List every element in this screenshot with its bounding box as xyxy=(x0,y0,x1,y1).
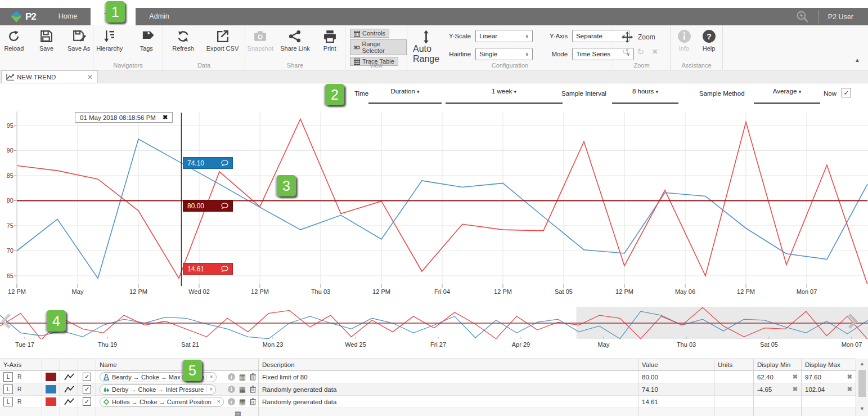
export-csv-button[interactable]: Export CSV xyxy=(204,29,241,52)
trace-tag-pill[interactable]: Derby → Choke → Inlet Pressure× xyxy=(100,384,216,395)
sample-interval-dropdown[interactable]: 8 hours ▾ xyxy=(612,88,678,104)
trace-style-cell xyxy=(60,371,78,383)
hairline-select[interactable]: Single ∨ xyxy=(475,48,533,60)
hairline-value-box[interactable]: 74.10 xyxy=(183,157,233,169)
scroll-up-icon[interactable]: ▲ xyxy=(856,361,868,366)
info-icon[interactable]: i xyxy=(228,386,235,393)
duration-dropdown[interactable]: Duration ▾ xyxy=(368,88,442,104)
duration-value-dropdown[interactable]: 1 week ▾ xyxy=(446,88,563,104)
trace-tag-pill[interactable]: Hottes → Choke → Current Position× xyxy=(100,397,224,407)
trace-visible-checkbox[interactable]: ✓ xyxy=(83,385,91,393)
hierarchy-label: Hierarchy xyxy=(96,45,123,52)
table-scrollbar[interactable]: ▲ ▼ xyxy=(856,359,868,416)
trash-icon[interactable] xyxy=(250,398,256,405)
save-button[interactable]: Save xyxy=(33,29,61,52)
info-icon[interactable]: i xyxy=(228,398,235,405)
close-icon[interactable]: ✖ xyxy=(163,114,168,121)
now-checkbox[interactable]: ✓ xyxy=(842,88,851,97)
auto-range-button[interactable]: Auto Range xyxy=(413,30,439,64)
close-tab-icon[interactable]: ✕ xyxy=(87,73,93,81)
right-axis-button[interactable]: R xyxy=(17,386,21,392)
line-style-icon[interactable] xyxy=(64,373,74,381)
header-display-min: Display Min xyxy=(754,359,802,370)
trash-icon[interactable] xyxy=(250,386,256,393)
remove-trace-icon[interactable]: × xyxy=(214,399,223,405)
search-icon[interactable] xyxy=(795,10,809,24)
header-value: Value xyxy=(638,359,714,370)
info-icon[interactable]: i xyxy=(228,373,235,381)
hairline-value: 80.00 xyxy=(187,202,204,210)
y-scale-select[interactable]: Linear ∨ xyxy=(475,30,533,42)
x-axis-tick-label: 12 PM xyxy=(356,288,407,295)
collapse-ribbon-icon[interactable]: ▲ xyxy=(854,57,860,63)
help-button[interactable]: ? Help xyxy=(698,29,720,52)
export-csv-icon xyxy=(215,29,230,43)
trace-color-swatch[interactable] xyxy=(46,385,56,393)
hairline-value: Single xyxy=(479,51,497,57)
auto-range-label: Auto Range xyxy=(413,44,439,64)
range-selector-canvas[interactable] xyxy=(0,307,868,339)
save-as-button[interactable]: Save As xyxy=(65,29,93,52)
comment-bubble-icon[interactable] xyxy=(221,266,228,272)
trace-visible-checkbox[interactable]: ✓ xyxy=(83,397,91,406)
x-axis-tick-label: May 06 xyxy=(660,288,710,295)
trace-color-swatch[interactable] xyxy=(46,397,56,406)
main-chart-canvas[interactable] xyxy=(0,107,868,293)
header-name: Name xyxy=(96,359,259,370)
hairline-value-box[interactable]: 80.00 xyxy=(183,200,233,212)
ribbon-group-navigators: Hierarchy Tags Navigators xyxy=(93,25,163,70)
header-units: Units xyxy=(714,359,754,370)
right-axis-button[interactable]: R xyxy=(17,374,21,380)
range-selector[interactable]: Tue 17Thu 19Sat 21Mon 23Wed 25Fri 27Apr … xyxy=(0,307,868,359)
clear-display-min-icon[interactable]: ✖ xyxy=(793,373,798,381)
remove-trace-icon[interactable]: × xyxy=(206,374,216,380)
range-selector-toggle[interactable]: Range Selector xyxy=(350,39,407,55)
comment-bubble-icon[interactable] xyxy=(221,203,228,209)
share-link-button[interactable]: Share Link xyxy=(280,29,311,52)
tags-button[interactable]: Tags xyxy=(131,29,163,52)
refresh-button[interactable]: Refresh xyxy=(167,29,200,52)
main-trend-chart[interactable]: 95908580757065 12 PMMay12 PMWed 0212 PMT… xyxy=(0,107,868,293)
right-axis-button[interactable]: R xyxy=(17,399,21,405)
comment-bubble-icon[interactable] xyxy=(221,160,228,166)
nav-tab-home[interactable]: Home xyxy=(45,8,91,25)
clear-display-min-icon[interactable]: ✖ xyxy=(793,386,798,393)
trace-units-cell xyxy=(714,383,754,395)
hairline-timestamp-box[interactable]: 01 May 2018 08:18:56 PM ✖ xyxy=(75,112,173,123)
snapshot-button: Snapshot xyxy=(245,29,276,52)
trace-name-cell: Derby → Choke → Inlet Pressure×i▦ xyxy=(96,383,259,395)
calculator-icon[interactable]: ▦ xyxy=(235,410,241,416)
zoom-button-label: Zoom xyxy=(638,33,655,41)
hierarchy-button[interactable]: Hierarchy xyxy=(93,29,126,52)
dropdown-arrow-icon: ▾ xyxy=(417,89,420,95)
calculator-icon[interactable]: ▦ xyxy=(239,373,246,381)
user-menu[interactable]: P2 User xyxy=(828,13,853,21)
y-axis-tick-label: 70 xyxy=(0,247,14,254)
sample-method-dropdown[interactable]: Average ▾ xyxy=(754,88,820,104)
clear-display-max-icon[interactable]: ✖ xyxy=(847,373,852,381)
line-style-icon[interactable] xyxy=(64,398,74,406)
scrollbar-thumb[interactable] xyxy=(858,370,866,397)
left-axis-button[interactable]: L xyxy=(3,384,13,394)
calculator-icon[interactable]: ▦ xyxy=(239,386,246,393)
nav-tab-admin[interactable]: Admin xyxy=(136,8,182,25)
trace-color-swatch[interactable] xyxy=(46,373,56,381)
clear-display-max-icon[interactable]: ✖ xyxy=(847,386,852,393)
left-axis-button[interactable]: L xyxy=(3,397,13,406)
line-style-icon[interactable] xyxy=(64,386,74,393)
trace-visible-checkbox[interactable]: ✓ xyxy=(83,373,91,381)
tab-new-trend[interactable]: NEW TREND ✕ xyxy=(1,70,98,83)
reload-button[interactable]: Reload xyxy=(0,29,28,52)
zoom-mode-button[interactable]: Zoom xyxy=(613,25,670,43)
controls-toggle[interactable]: Controls xyxy=(350,29,389,38)
trash-icon[interactable] xyxy=(250,373,256,381)
ribbon-toolbar: Reload Save xyxy=(0,25,868,70)
remove-trace-icon[interactable]: × xyxy=(206,386,215,392)
trace-visible-cell: ✓ xyxy=(78,383,96,395)
scroll-down-icon[interactable]: ▼ xyxy=(856,406,868,411)
calculator-icon[interactable]: ▦ xyxy=(239,398,246,405)
print-button[interactable]: Print xyxy=(314,29,345,52)
trace-description-cell-text: Randomly generated data xyxy=(262,399,336,405)
left-axis-button[interactable]: L xyxy=(3,372,13,382)
hairline-value-box[interactable]: 14.61 xyxy=(183,263,233,275)
